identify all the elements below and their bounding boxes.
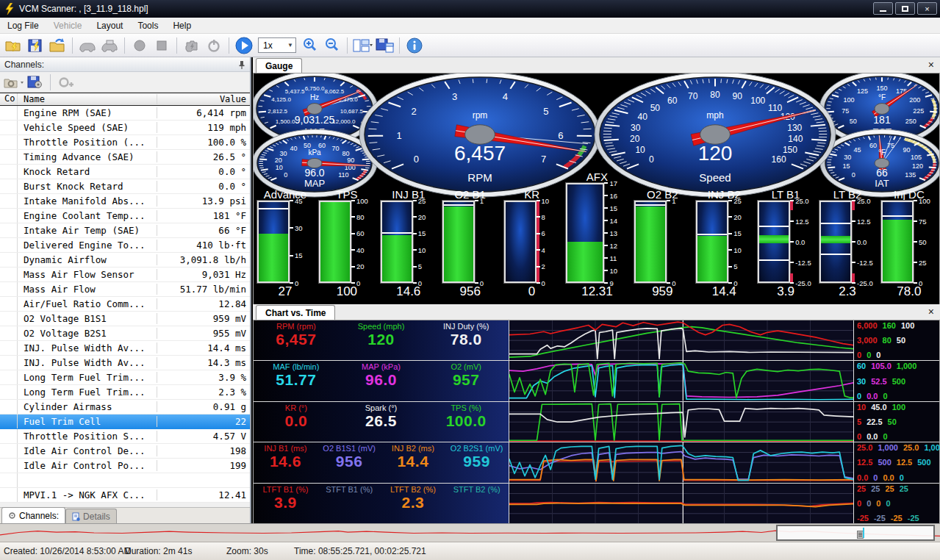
stop-button[interactable] bbox=[151, 36, 172, 55]
layout-select-button[interactable] bbox=[352, 36, 373, 55]
save-layout-button[interactable] bbox=[374, 36, 395, 55]
table-row[interactable]: Mass Air Flow51.77 lb/min bbox=[0, 282, 250, 297]
vehicle-write-button[interactable] bbox=[99, 36, 120, 55]
row-name-cell: Fuel Trim Cell bbox=[18, 416, 157, 427]
table-row[interactable]: O2 Voltage B2S1955 mV bbox=[0, 326, 250, 341]
info-button[interactable] bbox=[404, 36, 425, 55]
chart-axis-labels: 25.01,00025.01,00012.550012.55000.000.00 bbox=[853, 442, 939, 482]
save-channels-config-button[interactable] bbox=[26, 75, 44, 90]
chart-panel-close-icon[interactable]: × bbox=[928, 306, 934, 317]
chart-plot-area[interactable] bbox=[509, 442, 853, 482]
overview-selection-window[interactable] bbox=[776, 525, 935, 541]
chart-plot-area[interactable] bbox=[509, 320, 853, 360]
table-row[interactable]: Delivered Engine To...410 lb·ft bbox=[0, 238, 250, 253]
table-row[interactable]: Air/Fuel Ratio Comm...12.84 bbox=[0, 297, 250, 312]
table-row[interactable]: Cylinder Airmass0.91 g bbox=[0, 400, 250, 414]
table-row[interactable]: Long Term Fuel Trim...3.9 % bbox=[0, 370, 250, 385]
playback-speed-select[interactable]: 1x ▼ bbox=[258, 37, 296, 53]
svg-text:75: 75 bbox=[842, 107, 849, 115]
minimize-button[interactable] bbox=[873, 2, 893, 15]
legend-cell[interactable]: O2 B2S1 (mV)959 bbox=[445, 444, 509, 482]
table-row[interactable]: Idle Air Control Po...199 bbox=[0, 459, 250, 473]
menu-tools[interactable]: Tools bbox=[130, 18, 165, 33]
zoom-in-button[interactable] bbox=[300, 36, 320, 55]
bar-gauge-bar bbox=[634, 201, 667, 283]
table-row[interactable]: Timing Advance (SAE)26.5 ° bbox=[0, 150, 250, 165]
legend-cell[interactable]: MAF (lb/min)51.77 bbox=[254, 362, 339, 401]
legend-cell[interactable]: INJ Duty (%)78.0 bbox=[423, 322, 509, 360]
row-value-cell: 14.3 ms bbox=[157, 357, 250, 368]
vehicle-read-button[interactable] bbox=[77, 36, 98, 55]
channels-panel: Channels: Co Name Value Engine RPM (SAE)… bbox=[0, 57, 251, 523]
legend-cell[interactable]: TPS (%)100.0 bbox=[423, 403, 509, 442]
table-row[interactable]: Fuel Trim Cell22 bbox=[0, 414, 250, 429]
record-button[interactable] bbox=[129, 36, 150, 55]
legend-cell[interactable]: KR (°)0.0 bbox=[254, 403, 339, 442]
legend-cell[interactable]: LTFT B2 (%)2.3 bbox=[381, 485, 445, 523]
maximize-button[interactable] bbox=[895, 2, 915, 15]
chart-plot-area[interactable] bbox=[509, 484, 853, 523]
save-log-button[interactable] bbox=[25, 36, 46, 55]
table-row[interactable]: Vehicle Speed (SAE)119 mph bbox=[0, 121, 250, 135]
legend-cell[interactable]: O2 (mV)957 bbox=[423, 362, 509, 401]
menu-layout[interactable]: Layout bbox=[89, 18, 130, 33]
svg-text:mph: mph bbox=[706, 110, 723, 121]
menu-log-file[interactable]: Log File bbox=[0, 18, 46, 33]
pin-icon[interactable] bbox=[238, 60, 245, 69]
zoom-out-button[interactable] bbox=[322, 36, 342, 55]
table-row[interactable]: Mass Air Flow Sensor9,031 Hz bbox=[0, 268, 250, 282]
table-row[interactable]: Idle Air Control De...198 bbox=[0, 444, 250, 459]
tab-channels[interactable]: Channels: bbox=[1, 507, 65, 523]
add-channel-button[interactable] bbox=[57, 75, 74, 90]
chart-plot-area[interactable] bbox=[509, 361, 853, 401]
row-value-cell: 410 lb·ft bbox=[157, 240, 250, 251]
legend-cell[interactable]: INJ B1 (ms)14.6 bbox=[254, 444, 317, 482]
svg-text:8,062.5: 8,062.5 bbox=[324, 88, 344, 95]
table-row[interactable]: Throttle Position (...100.0 % bbox=[0, 135, 250, 150]
tab-gauge[interactable]: Gauge bbox=[256, 58, 302, 73]
table-row[interactable]: Throttle Position S...4.57 V bbox=[0, 429, 250, 444]
table-row[interactable]: Knock Retard0.0 ° bbox=[0, 165, 250, 179]
reopen-log-button[interactable] bbox=[47, 36, 68, 55]
gauge-panel-close-icon[interactable]: × bbox=[928, 60, 934, 70]
play-button[interactable] bbox=[234, 36, 254, 55]
table-row[interactable]: INJ. Pulse Width Av...14.3 ms bbox=[0, 356, 250, 370]
legend-cell[interactable]: Speed (mph)120 bbox=[339, 322, 424, 360]
table-row[interactable]: O2 Voltage B1S1959 mV bbox=[0, 312, 250, 326]
row-value-cell: 26.5 ° bbox=[157, 151, 250, 162]
row-value-cell: 198 bbox=[157, 445, 250, 456]
table-row[interactable]: Intake Manifold Abs...13.9 psi bbox=[0, 194, 250, 209]
table-row[interactable]: Engine Coolant Temp...181 °F bbox=[0, 209, 250, 223]
legend-cell[interactable]: INJ B2 (ms)14.4 bbox=[381, 444, 445, 482]
svg-text:2: 2 bbox=[412, 106, 417, 117]
menu-help[interactable]: Help bbox=[165, 18, 198, 33]
legend-cell[interactable]: STFT B1 (%) bbox=[317, 485, 381, 523]
table-row[interactable]: INJ. Pulse Width Av...14.4 ms bbox=[0, 341, 250, 356]
overview-cursor[interactable] bbox=[863, 528, 864, 538]
bar-gauge-value: 14.4 bbox=[712, 284, 736, 299]
log-overview-strip[interactable] bbox=[0, 523, 940, 542]
table-row[interactable] bbox=[0, 473, 250, 488]
open-log-button[interactable] bbox=[3, 36, 24, 55]
open-channels-config-button[interactable] bbox=[3, 75, 24, 90]
engine-button[interactable] bbox=[182, 36, 202, 55]
tab-chart-vs-time[interactable]: Chart vs. Time bbox=[256, 305, 335, 320]
table-row[interactable]: Dynamic Airflow3,091.8 lb/h bbox=[0, 253, 250, 268]
table-row[interactable]: Burst Knock Retard0.0 ° bbox=[0, 179, 250, 194]
svg-text:50: 50 bbox=[850, 118, 857, 125]
close-button[interactable]: × bbox=[917, 2, 937, 15]
tab-details[interactable]: Details bbox=[65, 509, 117, 523]
table-row[interactable]: Intake Air Temp (SAE)66 °F bbox=[0, 223, 250, 238]
bar-gauge-value: 78.0 bbox=[897, 284, 921, 299]
table-row[interactable]: Long Term Fuel Trim...2.3 % bbox=[0, 385, 250, 400]
legend-cell[interactable]: RPM (rpm)6,457 bbox=[254, 322, 339, 360]
legend-cell[interactable]: O2 B1S1 (mV)956 bbox=[317, 444, 381, 482]
legend-cell[interactable]: Spark (°)26.5 bbox=[339, 403, 424, 442]
legend-cell[interactable]: LTFT B1 (%)3.9 bbox=[254, 485, 317, 523]
legend-cell[interactable]: STFT B2 (%) bbox=[445, 485, 509, 523]
table-row[interactable]: MPVI.1 -> NGK AFX C...12.41 bbox=[0, 488, 250, 503]
table-row[interactable]: Engine RPM (SAE)6,414 rpm bbox=[0, 106, 250, 121]
power-button[interactable] bbox=[204, 36, 224, 55]
legend-cell[interactable]: MAP (kPa)96.0 bbox=[339, 362, 424, 401]
chart-plot-area[interactable] bbox=[509, 402, 853, 442]
